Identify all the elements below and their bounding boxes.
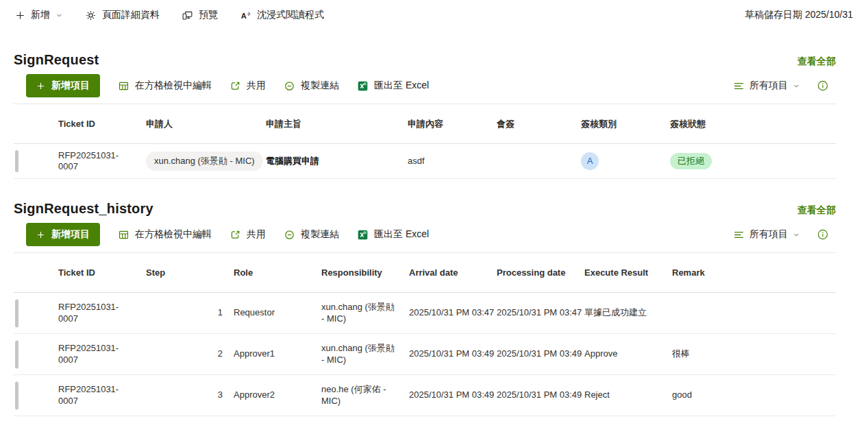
cell-step: 1 — [146, 307, 234, 318]
copy-link-button[interactable]: 複製連結 — [284, 228, 339, 241]
gear-icon — [85, 10, 97, 21]
plus-icon — [36, 230, 45, 239]
share-button[interactable]: 共用 — [230, 228, 266, 241]
copy-link-label: 複製連結 — [301, 228, 339, 241]
column-header-subject[interactable]: 申請主旨 — [266, 118, 408, 130]
signrequest-section: SignRequest 查看全部 新增項目 在方格檢視中編輯 共用 複製連結 — [14, 47, 836, 179]
column-header-step[interactable]: Step — [146, 267, 234, 278]
row-gutter-bar — [15, 150, 18, 172]
row-gutter-bar — [15, 381, 18, 409]
see-all-link-signrequest[interactable]: 查看全部 — [797, 56, 836, 68]
info-button[interactable] — [817, 228, 829, 241]
cell-role: Approver1 — [234, 348, 321, 359]
add-item-button[interactable]: 新增項目 — [26, 74, 100, 97]
status-badge: 已拒絕 — [670, 153, 712, 169]
section-title-signrequest: SignRequest — [14, 52, 99, 68]
add-item-label: 新增項目 — [51, 228, 90, 241]
row-gutter-bar — [15, 340, 18, 368]
view-selector[interactable]: 所有項目 — [733, 228, 800, 241]
link-icon — [284, 229, 295, 241]
preview-button[interactable]: 預覽 — [182, 9, 218, 21]
share-icon — [230, 80, 241, 92]
cell-category: A — [581, 152, 670, 170]
signrequest-history-section: SignRequest_history 查看全部 新增項目 在方格檢視中編輯 共… — [14, 196, 836, 416]
copy-link-label: 複製連結 — [301, 80, 339, 92]
cell-role: Requestor — [234, 307, 321, 318]
edit-in-grid-button[interactable]: 在方格檢視中編輯 — [118, 80, 212, 92]
cell-arrival-date: 2025/10/31 PM 03:49 — [409, 348, 497, 359]
cell-execute-result: 單據已成功建立 — [584, 307, 672, 318]
cell-arrival-date: 2025/10/31 PM 03:49 — [409, 389, 497, 400]
chevron-down-icon — [55, 12, 63, 19]
cell-role: Approver2 — [234, 389, 321, 400]
column-header-responsibility[interactable]: Responsibility — [321, 267, 409, 278]
share-button[interactable]: 共用 — [230, 80, 266, 92]
cell-responsibility: xun.chang (張景勛 - MIC) — [321, 302, 409, 324]
edit-in-grid-button[interactable]: 在方格檢視中編輯 — [118, 228, 212, 241]
cell-ticket-id: RFP20251031-0007 — [58, 343, 146, 365]
share-icon — [230, 229, 241, 241]
link-icon — [284, 80, 295, 92]
person-pill[interactable]: xun.chang (張景勛 - MIC) — [146, 152, 263, 171]
section-title-history: SignRequest_history — [14, 201, 153, 217]
export-excel-button[interactable]: 匯出至 Excel — [357, 80, 429, 92]
excel-icon — [357, 229, 369, 241]
history-row[interactable]: RFP20251031-0007 2 Approver1 xun.chang (… — [14, 334, 836, 375]
plus-icon — [36, 82, 45, 91]
share-label: 共用 — [247, 228, 266, 241]
draft-saved-date: 草稿儲存日期 2025/10/31 — [745, 9, 853, 21]
info-button[interactable] — [817, 80, 829, 92]
page-details-button[interactable]: 頁面詳細資料 — [85, 9, 160, 21]
view-selector-label: 所有項目 — [749, 80, 788, 92]
cell-step: 3 — [146, 389, 234, 400]
column-header-role[interactable]: Role — [234, 267, 321, 278]
cell-ticket-id: RFP20251031-0007 — [58, 384, 146, 407]
see-all-link-history[interactable]: 查看全部 — [797, 204, 836, 217]
cell-remark: 很棒 — [672, 348, 836, 359]
column-header-category[interactable]: 簽核類別 — [581, 118, 670, 130]
signrequest-row[interactable]: RFP20251031-0007 xun.chang (張景勛 - MIC) 電… — [14, 144, 836, 179]
signrequest-table-header: Ticket ID 申請人 申請主旨 申請內容 會簽 簽核類別 簽核狀態 — [14, 104, 836, 144]
column-header-cosign[interactable]: 會簽 — [497, 118, 581, 130]
immersive-reader-button[interactable]: A 沈浸式閱讀程式 — [240, 9, 324, 21]
view-selector-label: 所有項目 — [749, 228, 788, 241]
column-header-applicant[interactable]: 申請人 — [146, 118, 266, 130]
cell-execute-result: Reject — [584, 389, 672, 400]
column-header-execute-result[interactable]: Execute Result — [584, 267, 672, 278]
copy-link-button[interactable]: 複製連結 — [284, 80, 339, 92]
cell-ticket-id: RFP20251031-0007 — [58, 302, 146, 324]
column-header-status[interactable]: 簽核狀態 — [670, 118, 836, 130]
column-header-ticket-id[interactable]: Ticket ID — [58, 267, 146, 278]
column-header-ticket-id[interactable]: Ticket ID — [58, 119, 146, 129]
column-header-arrival-date[interactable]: Arrival date — [409, 267, 497, 278]
column-header-content[interactable]: 申請內容 — [408, 118, 497, 130]
immersive-reader-icon: A — [240, 10, 251, 21]
edit-in-grid-label: 在方格檢視中編輯 — [135, 228, 212, 241]
preview-label: 預覽 — [199, 9, 218, 21]
add-item-button[interactable]: 新增項目 — [26, 223, 100, 246]
info-icon — [817, 228, 829, 241]
column-header-remark[interactable]: Remark — [672, 267, 836, 278]
cell-content: asdf — [408, 156, 497, 167]
history-row[interactable]: RFP20251031-0007 3 Approver2 neo.he (何家佑… — [14, 375, 836, 416]
cell-processing-date: 2025/10/31 PM 03:49 — [497, 389, 584, 400]
export-excel-button[interactable]: 匯出至 Excel — [357, 228, 429, 241]
page-details-label: 頁面詳細資料 — [102, 9, 160, 21]
cell-remark: good — [672, 389, 836, 400]
preview-icon — [182, 10, 193, 21]
cell-ticket-id: RFP20251031-0007 — [58, 150, 146, 173]
cell-arrival-date: 2025/10/31 PM 03:47 — [409, 307, 497, 318]
top-command-bar: 新增 頁面詳細資料 預覽 A 沈浸式閱讀程式 草稿儲存日期 2025/10/31 — [0, 0, 868, 30]
info-icon — [817, 80, 829, 92]
new-menu-button[interactable]: 新增 — [15, 9, 63, 21]
cell-subject[interactable]: 電腦購買申請 — [266, 156, 408, 167]
chevron-down-icon — [793, 231, 800, 239]
history-row[interactable]: RFP20251031-0007 1 Requestor xun.chang (… — [14, 293, 836, 334]
share-label: 共用 — [247, 80, 266, 92]
add-item-label: 新增項目 — [51, 80, 90, 92]
column-header-processing-date[interactable]: Processing date — [497, 267, 584, 278]
history-table-header: Ticket ID Step Role Responsibility Arriv… — [14, 253, 836, 293]
cell-status: 已拒絕 — [670, 153, 836, 169]
cell-step: 2 — [146, 348, 234, 359]
view-selector[interactable]: 所有項目 — [733, 80, 800, 92]
